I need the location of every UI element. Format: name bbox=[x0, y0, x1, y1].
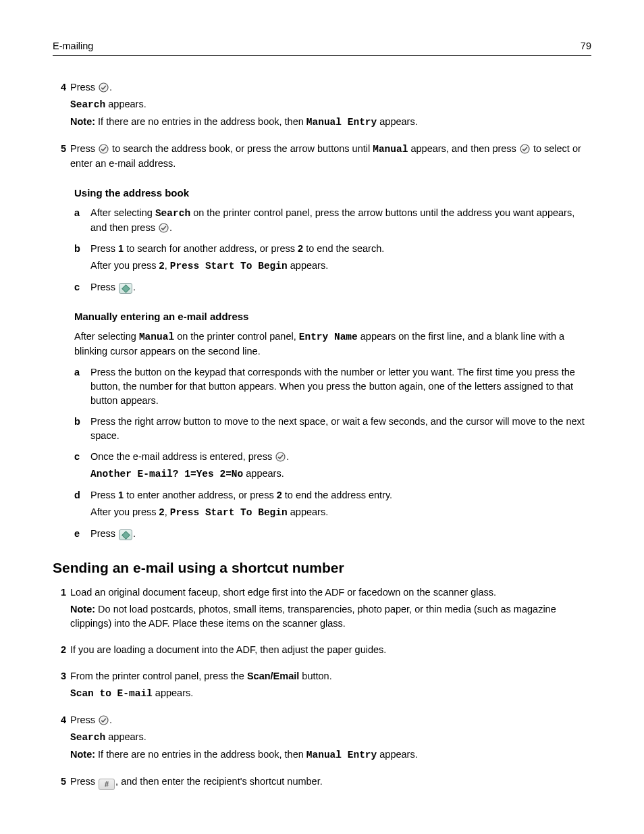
check-circle-icon bbox=[99, 715, 109, 725]
check-circle-icon bbox=[99, 144, 109, 154]
check-circle-icon bbox=[99, 82, 109, 93]
page-header: E-mailing 79 bbox=[53, 41, 591, 56]
steps-list-part1: 4 Press . Search appears. Note: If there… bbox=[53, 80, 591, 541]
svg-point-0 bbox=[99, 83, 108, 92]
step-5b: 5 Press #, and then enter the recipient'… bbox=[53, 775, 591, 790]
steps-list-part2: 1 Load an original document faceup, shor… bbox=[53, 585, 591, 791]
list-item: c Press . bbox=[74, 280, 591, 294]
manual-intro: After selecting Manual on the printer co… bbox=[74, 330, 591, 359]
step-4: 4 Press . Search appears. Note: If there… bbox=[53, 80, 591, 130]
check-circle-icon bbox=[520, 144, 530, 154]
hash-button-icon: # bbox=[99, 779, 115, 790]
step-3: 3 From the printer control panel, press … bbox=[53, 669, 591, 701]
start-button-icon bbox=[119, 283, 132, 294]
check-circle-icon bbox=[275, 452, 286, 462]
svg-point-2 bbox=[520, 145, 529, 153]
step-text: Press to search the address book, or pre… bbox=[70, 142, 591, 171]
list-item: a Press the button on the keypad that co… bbox=[74, 365, 591, 408]
list-item: c Once the e-mail address is entered, pr… bbox=[74, 450, 591, 481]
start-button-icon bbox=[119, 529, 132, 540]
list-item: e Press . bbox=[74, 527, 591, 541]
step-text: Load an original document faceup, short … bbox=[70, 585, 591, 600]
list-item: a After selecting Search on the printer … bbox=[74, 206, 591, 235]
step-5: 5 Press to search the address book, or p… bbox=[53, 142, 591, 541]
subheading-manual-entry: Manually entering an e-mail address bbox=[74, 309, 591, 324]
svg-point-3 bbox=[159, 224, 168, 232]
svg-point-5 bbox=[99, 716, 108, 725]
page: E-mailing 79 4 Press . Search appears. N… bbox=[0, 0, 644, 834]
list-item: d Press 1 to enter another address, or p… bbox=[74, 488, 591, 520]
header-left: E-mailing bbox=[53, 41, 93, 51]
step-text: Press . bbox=[70, 80, 591, 95]
step-1: 1 Load an original document faceup, shor… bbox=[53, 585, 591, 631]
svg-point-1 bbox=[99, 145, 108, 153]
header-page-number: 79 bbox=[581, 41, 591, 51]
manual-entry-list: a Press the button on the keypad that co… bbox=[74, 365, 591, 541]
step-number: 5 bbox=[53, 142, 66, 156]
step-2: 2 If you are loading a document into the… bbox=[53, 643, 591, 657]
check-circle-icon bbox=[159, 223, 169, 233]
subheading-using-address-book: Using the address book bbox=[74, 186, 591, 201]
using-address-book-section: Using the address book a After selecting… bbox=[70, 186, 591, 541]
svg-point-4 bbox=[276, 452, 285, 461]
list-item: b Press 1 to search for another address,… bbox=[74, 242, 591, 273]
step-4b: 4 Press . Search appears. Note: If there… bbox=[53, 713, 591, 762]
list-item: b Press the right arrow button to move t… bbox=[74, 415, 591, 443]
using-address-book-list: a After selecting Search on the printer … bbox=[74, 206, 591, 294]
step-note: Note: If there are no entries in the add… bbox=[70, 748, 591, 762]
step-note: Note: Do not load postcards, photos, sma… bbox=[70, 602, 591, 631]
section-heading: Sending an e-mail using a shortcut numbe… bbox=[53, 560, 591, 576]
step-subtext: Search appears. bbox=[70, 97, 591, 112]
step-number: 4 bbox=[53, 80, 66, 95]
step-text: Press . bbox=[70, 713, 591, 727]
step-note: Note: If there are no entries in the add… bbox=[70, 115, 591, 130]
